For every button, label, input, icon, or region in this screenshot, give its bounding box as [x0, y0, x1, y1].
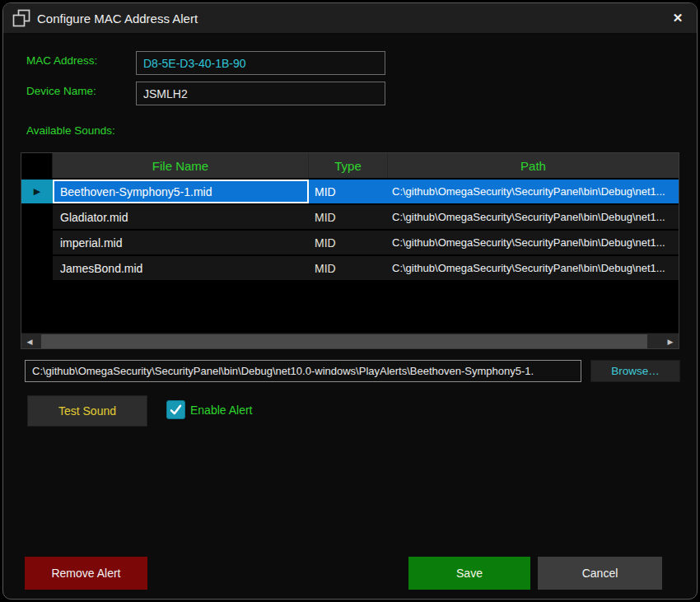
cell-type[interactable]: MID [309, 205, 388, 229]
row-selector-cell[interactable]: ▶ [21, 180, 53, 203]
scroll-right-arrow-icon[interactable]: ▶ [662, 334, 679, 349]
cell-path[interactable]: C:\github\OmegaSecurity\SecurityPanel\bi… [388, 180, 679, 203]
cascade-windows-icon [12, 9, 30, 27]
available-sounds-label: Available Sounds: [26, 124, 115, 137]
cell-path[interactable]: C:\github\OmegaSecurity\SecurityPanel\bi… [388, 256, 679, 280]
column-header-file-name[interactable]: File Name [53, 153, 309, 178]
remove-alert-button[interactable]: Remove Alert [25, 557, 147, 590]
test-sound-button[interactable]: Test Sound [27, 395, 147, 427]
cell-file-name[interactable]: imperial.mid [53, 231, 309, 254]
page-title: Configure MAC Address Alert [37, 12, 198, 26]
browse-button[interactable]: Browse… [590, 360, 680, 382]
table-row[interactable]: ▶ Beethoven-Symphony5-1.mid MID C:\githu… [21, 180, 679, 203]
scroll-left-arrow-icon[interactable]: ◀ [21, 334, 38, 349]
cell-type[interactable]: MID [309, 256, 388, 280]
checkmark-icon [169, 403, 183, 417]
current-row-indicator-icon: ▶ [34, 187, 40, 196]
table-corner-cell[interactable] [21, 153, 53, 178]
cell-type[interactable]: MID [309, 231, 388, 254]
column-header-path[interactable]: Path [388, 153, 679, 178]
enable-alert-label[interactable]: Enable Alert [190, 404, 253, 417]
mac-address-label: MAC Address: [26, 54, 97, 67]
configure-mac-alert-dialog: Configure MAC Address Alert ✕ MAC Addres… [2, 2, 698, 600]
title-bar: Configure MAC Address Alert ✕ [3, 3, 697, 34]
cell-file-name[interactable]: Gladiator.mid [53, 205, 309, 229]
mac-address-field[interactable] [136, 51, 385, 75]
table-row[interactable]: JamesBond.mid MID C:\github\OmegaSecurit… [21, 256, 679, 280]
save-button[interactable]: Save [408, 557, 530, 590]
row-selector-cell[interactable] [21, 256, 53, 280]
sound-path-field[interactable] [25, 360, 581, 382]
table-header-row: File Name Type Path [21, 153, 679, 178]
cell-file-name[interactable]: Beethoven-Symphony5-1.mid [53, 180, 309, 203]
close-icon[interactable]: ✕ [667, 7, 688, 29]
table-row[interactable]: Gladiator.mid MID C:\github\OmegaSecurit… [21, 205, 679, 229]
row-selector-cell[interactable] [21, 205, 53, 229]
cell-type[interactable]: MID [309, 180, 388, 203]
device-name-label: Device Name: [26, 85, 96, 97]
row-selector-cell[interactable] [21, 231, 53, 254]
table-row[interactable]: imperial.mid MID C:\github\OmegaSecurity… [21, 231, 679, 254]
screen: Configure MAC Address Alert ✕ MAC Addres… [0, 0, 700, 602]
cell-path[interactable]: C:\github\OmegaSecurity\SecurityPanel\bi… [388, 231, 679, 254]
device-name-field[interactable] [136, 82, 385, 105]
cell-path[interactable]: C:\github\OmegaSecurity\SecurityPanel\bi… [388, 205, 679, 229]
cancel-button[interactable]: Cancel [538, 557, 662, 590]
enable-alert-checkbox[interactable] [166, 400, 185, 419]
sounds-table: File Name Type Path ▶ Beethoven-Symphony… [21, 152, 679, 349]
scrollbar-thumb[interactable] [41, 334, 647, 348]
column-header-type[interactable]: Type [309, 153, 388, 178]
horizontal-scrollbar[interactable]: ◀ ▶ [21, 333, 679, 348]
cell-file-name[interactable]: JamesBond.mid [53, 256, 309, 280]
